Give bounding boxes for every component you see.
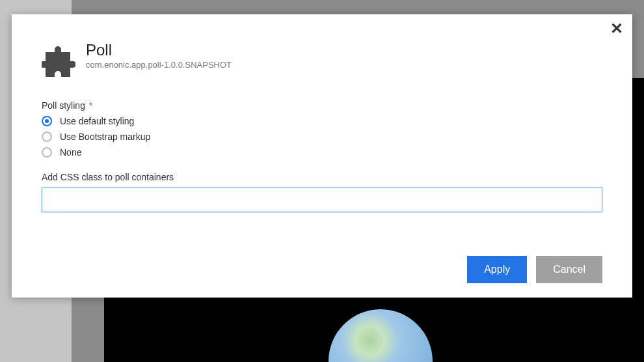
close-icon[interactable]: ✕ bbox=[610, 21, 623, 36]
modal-subtitle: com.enonic.app.poll-1.0.0.SNAPSHOT bbox=[86, 60, 232, 70]
modal-title-block: Poll com.enonic.app.poll-1.0.0.SNAPSHOT bbox=[86, 42, 232, 70]
modal-header: Poll com.enonic.app.poll-1.0.0.SNAPSHOT bbox=[12, 14, 632, 77]
radio-icon bbox=[42, 116, 52, 126]
radio-label: None bbox=[60, 147, 81, 158]
css-class-label: Add CSS class to poll containers bbox=[42, 172, 602, 182]
modal-title: Poll bbox=[86, 42, 232, 59]
poll-styling-label: Poll styling * bbox=[42, 100, 602, 111]
radio-option-none[interactable]: None bbox=[42, 147, 602, 158]
radio-icon bbox=[42, 132, 52, 142]
apply-button[interactable]: Apply bbox=[467, 256, 527, 283]
poll-styling-radio-group: Use default styling Use Bootstrap markup… bbox=[42, 116, 602, 158]
radio-option-default[interactable]: Use default styling bbox=[42, 116, 602, 126]
poll-styling-label-text: Poll styling bbox=[42, 100, 85, 111]
radio-label: Use Bootstrap markup bbox=[60, 132, 150, 142]
required-indicator: * bbox=[89, 100, 92, 111]
modal-body: Poll styling * Use default styling Use B… bbox=[12, 77, 632, 212]
css-class-input[interactable] bbox=[42, 188, 602, 212]
config-modal: ✕ Poll com.enonic.app.poll-1.0.0.SNAPSHO… bbox=[12, 14, 632, 298]
radio-label: Use default styling bbox=[60, 116, 134, 126]
puzzle-piece-icon bbox=[42, 43, 75, 77]
radio-icon bbox=[42, 147, 52, 158]
modal-footer: Apply Cancel bbox=[467, 256, 602, 283]
radio-option-bootstrap[interactable]: Use Bootstrap markup bbox=[42, 132, 602, 142]
cancel-button[interactable]: Cancel bbox=[536, 256, 602, 283]
